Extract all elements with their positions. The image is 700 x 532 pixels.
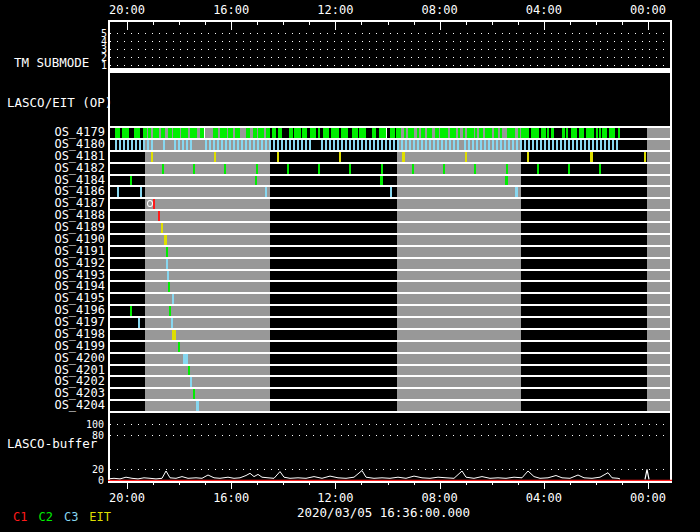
- legend-item-eit: EIT: [89, 510, 111, 524]
- telemetry-gap-band: [397, 354, 521, 364]
- axis-minor-tick: [518, 481, 519, 485]
- telemetry-gap-band: [647, 199, 670, 209]
- exposure-bar: [301, 140, 303, 150]
- exposure-bar: [123, 140, 125, 150]
- exposure-bar: [579, 128, 584, 138]
- tm-gridline: [110, 41, 670, 42]
- event-tick: [167, 271, 169, 281]
- exposure-bar: [596, 140, 598, 150]
- tm-ytick-label: 1: [85, 61, 107, 70]
- event-tick: [158, 211, 160, 221]
- telemetry-gap-band: [647, 330, 670, 340]
- exposure-bar: [429, 140, 431, 150]
- lasco-eit-op-label: LASCO/EIT (OP): [7, 95, 112, 110]
- telemetry-gap-band: [397, 247, 521, 257]
- os-row: [110, 235, 670, 245]
- os-row: [110, 282, 670, 292]
- axis-minor-tick: [570, 20, 571, 25]
- exposure-bar: [235, 128, 240, 138]
- event-tick: [287, 164, 289, 174]
- exposure-bar: [153, 128, 159, 138]
- event-tick: [166, 247, 168, 257]
- os-row: [110, 187, 670, 197]
- event-tick: [256, 164, 258, 174]
- time-tick-label: 00:00: [623, 491, 673, 505]
- event-tick: [380, 176, 383, 186]
- exposure-bar: [135, 140, 137, 150]
- exposure-bar: [213, 128, 218, 138]
- telemetry-gap-band: [397, 342, 521, 352]
- telemetry-gap-band: [145, 199, 270, 209]
- event-tick: [214, 152, 216, 162]
- exposure-bar: [381, 140, 383, 150]
- event-tick: [140, 187, 142, 197]
- timestamp: 2020/03/05 16:36:00.000: [297, 505, 470, 520]
- telemetry-gap-band: [647, 223, 670, 233]
- telemetry-gap-band: [145, 282, 270, 292]
- exposure-bar: [246, 128, 250, 138]
- os-row: [110, 306, 670, 316]
- exposure-bar: [148, 128, 151, 138]
- telemetry-gap-band: [145, 342, 270, 352]
- axis-major-tick: [648, 481, 649, 489]
- exposure-bar: [331, 128, 339, 138]
- event-tick: [537, 164, 539, 174]
- event-tick: [117, 187, 119, 197]
- exposure-bar: [488, 140, 490, 150]
- exposure-bar: [408, 128, 414, 138]
- exposure-bar: [289, 140, 291, 150]
- os-row: [110, 247, 670, 257]
- exposure-bar: [568, 140, 570, 150]
- os-row: [110, 294, 670, 304]
- exposure-bar: [379, 128, 386, 138]
- event-tick: [277, 152, 279, 162]
- exposure-bar: [540, 140, 542, 150]
- telemetry-gap-band: [647, 211, 670, 221]
- axis-major-tick: [440, 20, 441, 30]
- exposure-bar: [521, 128, 529, 138]
- exposure-bar: [576, 140, 578, 150]
- exposure-bar: [485, 128, 492, 138]
- exposure-bar: [531, 128, 539, 138]
- telemetry-gap-band: [647, 152, 670, 162]
- exposure-bar: [484, 140, 486, 150]
- event-tick: [599, 164, 601, 174]
- telemetry-gap-band: [397, 211, 521, 221]
- event-tick: [188, 366, 190, 376]
- time-tick-label: 20:00: [102, 3, 152, 17]
- exposure-bar: [310, 128, 316, 138]
- exposure-bar: [269, 140, 271, 150]
- axis-minor-tick: [388, 20, 389, 25]
- exposure-bar: [599, 128, 601, 138]
- exposure-bar: [253, 140, 255, 150]
- exposure-bar: [458, 128, 460, 138]
- exposure-bar: [463, 128, 465, 138]
- telemetry-gap-band: [397, 152, 521, 162]
- axis-line: [108, 20, 672, 22]
- time-tick-label: 04:00: [519, 3, 569, 17]
- telemetry-gap-band: [397, 271, 521, 281]
- axis-minor-tick: [596, 481, 597, 485]
- telemetry-gap-band: [647, 271, 670, 281]
- exposure-bar: [365, 140, 367, 150]
- exposure-bar: [139, 140, 141, 150]
- exposure-bar: [562, 128, 565, 138]
- exposure-bar: [241, 140, 243, 150]
- exposure-bar: [586, 128, 594, 138]
- exposure-bar: [544, 140, 546, 150]
- telemetry-gap-band: [647, 318, 670, 328]
- exposure-bar: [552, 140, 554, 150]
- exposure-bar: [584, 140, 586, 150]
- telemetry-monitor-screen: TM SUBMODE LASCO/EIT (OP) LASCO-buffer 2…: [0, 0, 700, 532]
- exposure-bar: [536, 140, 538, 150]
- exposure-bar: [445, 140, 447, 150]
- telemetry-gap-band: [397, 282, 521, 292]
- exposure-bar: [221, 140, 223, 150]
- telemetry-gap-band: [647, 187, 670, 197]
- exposure-bar: [468, 140, 470, 150]
- axis-minor-tick: [518, 20, 519, 25]
- buffer-ytick-label: 0: [82, 476, 104, 485]
- exposure-bar: [213, 140, 215, 150]
- os-rows-plot: [108, 126, 672, 413]
- axis-major-tick: [335, 481, 336, 489]
